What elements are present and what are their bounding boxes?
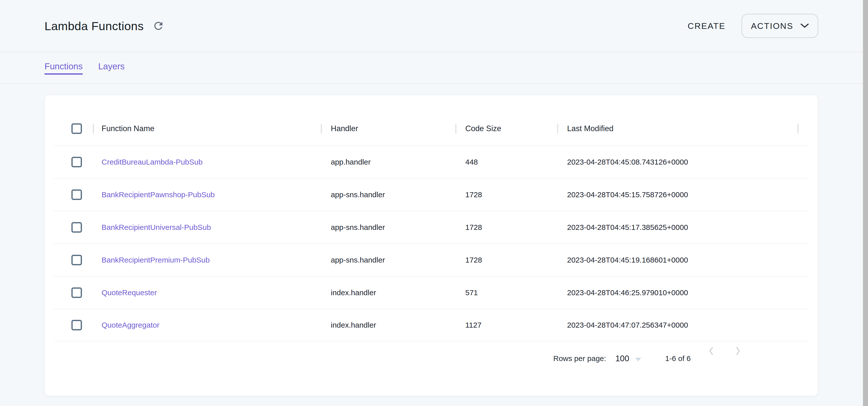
function-name-link[interactable]: BankRecipientPremium-PubSub: [101, 256, 210, 264]
column-divider: [557, 124, 558, 134]
code-size-cell: 1728: [465, 223, 482, 232]
function-name-link[interactable]: CreditBureauLambda-PubSub: [101, 158, 203, 166]
row-checkbox[interactable]: [71, 222, 82, 233]
last-modified-cell: 2023-04-28T04:47:07.256347+0000: [567, 321, 688, 329]
code-size-cell: 448: [465, 158, 478, 166]
pagination-bar: Rows per page: 100 1-6 of 6: [45, 341, 818, 396]
actions-button-label: ACTIONS: [751, 21, 793, 31]
row-checkbox[interactable]: [71, 320, 82, 330]
previous-page-button[interactable]: [704, 343, 719, 359]
chevron-left-icon: [706, 345, 717, 357]
function-name-link[interactable]: BankRecipientPawnshop-PubSub: [101, 191, 215, 199]
functions-table-card: Function Name Handler Code Size Last Mod…: [44, 95, 818, 396]
function-name-link[interactable]: QuoteRequester: [101, 289, 157, 297]
tabbar: Functions Layers: [0, 52, 868, 84]
tab-layers[interactable]: Layers: [98, 61, 125, 75]
function-name-link[interactable]: QuoteAggregator: [101, 321, 159, 329]
handler-cell: index.handler: [331, 321, 376, 329]
column-header-handler: Handler: [331, 124, 358, 133]
table-row: BankRecipientPremium-PubSub app-sns.hand…: [54, 243, 809, 276]
column-header-code-size: Code Size: [465, 124, 501, 133]
table-row: BankRecipientUniversal-PubSub app-sns.ha…: [54, 211, 809, 243]
function-name-link[interactable]: BankRecipientUniversal-PubSub: [101, 223, 211, 232]
select-dropdown-icon: [635, 358, 641, 361]
rows-per-page-label: Rows per page:: [553, 354, 606, 363]
chevron-right-icon: [732, 345, 743, 357]
column-divider: [455, 124, 457, 134]
column-divider: [93, 124, 94, 134]
pagination-range-label: 1-6 of 6: [665, 354, 691, 363]
vertical-scrollbar[interactable]: [863, 0, 868, 406]
create-button[interactable]: CREATE: [688, 21, 725, 31]
actions-button[interactable]: ACTIONS: [742, 14, 818, 38]
handler-cell: app.handler: [331, 158, 371, 166]
select-all-checkbox[interactable]: [71, 123, 82, 134]
app-header: Lambda Functions CREATE ACTIONS: [0, 0, 868, 52]
column-header-last-modified: Last Modified: [567, 124, 613, 133]
refresh-icon: [152, 20, 164, 32]
row-checkbox[interactable]: [71, 255, 82, 265]
table-row: QuoteRequester index.handler 571 2023-04…: [54, 276, 809, 309]
tab-functions[interactable]: Functions: [44, 61, 83, 75]
code-size-cell: 1127: [465, 321, 482, 329]
table-body: CreditBureauLambda-PubSub app.handler 44…: [45, 145, 818, 341]
last-modified-cell: 2023-04-28T04:45:19.168601+0000: [567, 256, 688, 264]
code-size-cell: 571: [465, 289, 478, 297]
column-header-function-name: Function Name: [101, 124, 154, 133]
column-divider: [321, 124, 322, 134]
handler-cell: app-sns.handler: [331, 256, 385, 264]
rows-per-page-value: 100: [615, 354, 629, 363]
row-checkbox[interactable]: [71, 287, 82, 298]
row-checkbox[interactable]: [71, 190, 82, 200]
handler-cell: app-sns.handler: [331, 223, 385, 232]
row-checkbox[interactable]: [71, 157, 82, 167]
rows-per-page-select[interactable]: 100: [615, 354, 641, 363]
last-modified-cell: 2023-04-28T04:45:17.385625+0000: [567, 223, 688, 232]
chevron-down-icon: [800, 23, 809, 28]
last-modified-cell: 2023-04-28T04:45:15.758726+0000: [567, 191, 688, 199]
last-modified-cell: 2023-04-28T04:45:08.743126+0000: [567, 158, 688, 166]
page-title: Lambda Functions: [44, 19, 144, 33]
table-header-row: Function Name Handler Code Size Last Mod…: [54, 95, 809, 145]
handler-cell: index.handler: [331, 289, 376, 297]
table-row: QuoteAggregator index.handler 1127 2023-…: [54, 309, 809, 341]
last-modified-cell: 2023-04-28T04:46:25.979010+0000: [567, 289, 688, 297]
handler-cell: app-sns.handler: [331, 191, 385, 199]
column-divider: [797, 124, 799, 134]
code-size-cell: 1728: [465, 256, 482, 264]
table-row: BankRecipientPawnshop-PubSub app-sns.han…: [54, 178, 809, 211]
next-page-button[interactable]: [730, 343, 745, 359]
refresh-button[interactable]: [152, 19, 165, 32]
table-row: CreditBureauLambda-PubSub app.handler 44…: [54, 145, 809, 178]
code-size-cell: 1728: [465, 191, 482, 199]
